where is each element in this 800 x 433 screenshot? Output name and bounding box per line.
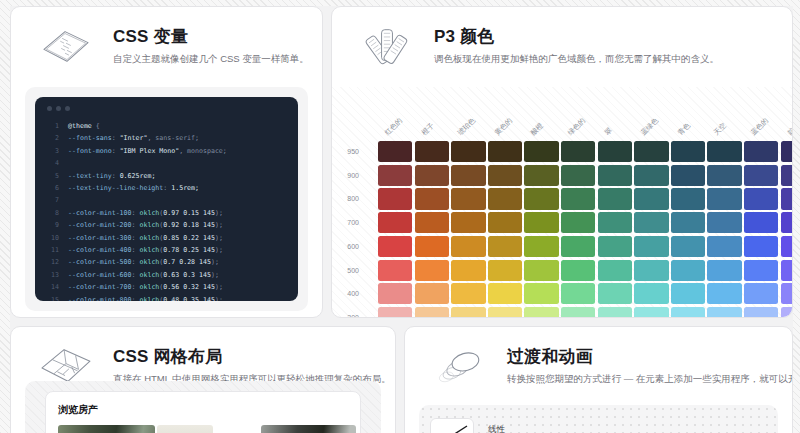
color-swatch[interactable] [524,188,558,209]
color-swatch[interactable] [634,283,668,304]
color-swatch[interactable] [744,260,778,281]
color-swatch[interactable] [488,141,522,162]
color-swatch[interactable] [598,260,632,281]
color-swatch[interactable] [378,283,412,304]
color-swatch[interactable] [707,236,741,257]
color-swatch[interactable] [524,260,558,281]
color-swatch[interactable] [634,188,668,209]
color-swatch[interactable] [415,141,449,162]
color-swatch[interactable] [671,141,705,162]
color-swatch[interactable] [744,165,778,186]
color-swatch[interactable] [378,236,412,257]
color-swatch[interactable] [378,165,412,186]
color-swatch[interactable] [781,188,793,209]
color-swatch[interactable] [378,141,412,162]
color-swatch[interactable] [524,236,558,257]
color-swatch[interactable] [451,141,485,162]
color-swatch[interactable] [707,307,741,318]
color-swatch[interactable] [415,165,449,186]
color-swatch[interactable] [561,165,595,186]
color-swatch[interactable] [744,212,778,233]
color-swatch[interactable] [524,307,558,318]
color-swatch[interactable] [598,188,632,209]
color-swatch[interactable] [488,236,522,257]
easing-preview-box[interactable] [430,418,474,433]
color-swatch[interactable] [488,165,522,186]
color-swatch[interactable] [781,236,793,257]
color-swatch[interactable] [634,260,668,281]
color-swatch[interactable] [598,236,632,257]
color-swatch[interactable] [561,236,595,257]
color-swatch[interactable] [671,165,705,186]
color-swatch[interactable] [781,212,793,233]
color-swatch[interactable] [634,212,668,233]
color-swatch[interactable] [561,283,595,304]
color-swatch[interactable] [524,141,558,162]
color-swatch[interactable] [744,307,778,318]
color-swatch[interactable] [707,165,741,186]
color-swatch[interactable] [378,212,412,233]
color-swatch[interactable] [415,212,449,233]
color-swatch[interactable] [598,283,632,304]
color-swatch[interactable] [524,212,558,233]
color-swatch[interactable] [524,165,558,186]
color-swatch[interactable] [744,188,778,209]
color-swatch[interactable] [634,141,668,162]
color-swatch[interactable] [415,188,449,209]
color-swatch[interactable] [561,212,595,233]
color-swatch[interactable] [451,260,485,281]
color-swatch[interactable] [488,212,522,233]
color-swatch[interactable] [671,188,705,209]
color-swatch[interactable] [524,283,558,304]
color-swatch[interactable] [671,283,705,304]
color-swatch[interactable] [561,307,595,318]
color-swatch[interactable] [634,307,668,318]
property-photo[interactable] [58,425,155,433]
color-swatch[interactable] [671,307,705,318]
color-swatch[interactable] [561,141,595,162]
color-swatch[interactable] [598,165,632,186]
color-swatch[interactable] [598,212,632,233]
color-swatch[interactable] [744,283,778,304]
color-swatch[interactable] [451,165,485,186]
color-swatch[interactable] [671,236,705,257]
color-swatch[interactable] [488,260,522,281]
color-swatch[interactable] [671,212,705,233]
color-swatch[interactable] [707,260,741,281]
color-swatch[interactable] [598,307,632,318]
color-swatch[interactable] [488,283,522,304]
color-swatch[interactable] [561,188,595,209]
color-swatch[interactable] [451,212,485,233]
color-swatch[interactable] [415,260,449,281]
property-photo[interactable] [261,425,356,433]
color-swatch[interactable] [634,165,668,186]
color-swatch[interactable] [415,283,449,304]
color-swatch[interactable] [451,236,485,257]
color-swatch[interactable] [781,307,793,318]
color-swatch[interactable] [451,307,485,318]
color-swatch[interactable] [488,188,522,209]
color-swatch[interactable] [488,307,522,318]
color-swatch[interactable] [415,236,449,257]
color-swatch[interactable] [707,283,741,304]
color-swatch[interactable] [671,260,705,281]
color-swatch[interactable] [781,283,793,304]
color-swatch[interactable] [378,188,412,209]
color-swatch[interactable] [451,283,485,304]
color-swatch[interactable] [707,141,741,162]
color-swatch[interactable] [781,165,793,186]
color-swatch[interactable] [415,307,449,318]
color-swatch[interactable] [707,188,741,209]
color-swatch[interactable] [781,141,793,162]
color-swatch[interactable] [451,188,485,209]
color-swatch[interactable] [744,141,778,162]
color-swatch[interactable] [378,260,412,281]
color-swatch[interactable] [561,260,595,281]
color-swatch[interactable] [744,236,778,257]
color-swatch[interactable] [378,307,412,318]
color-swatch[interactable] [634,236,668,257]
property-photo[interactable] [157,425,213,433]
color-swatch[interactable] [781,260,793,281]
color-swatch[interactable] [707,212,741,233]
color-swatch[interactable] [598,141,632,162]
